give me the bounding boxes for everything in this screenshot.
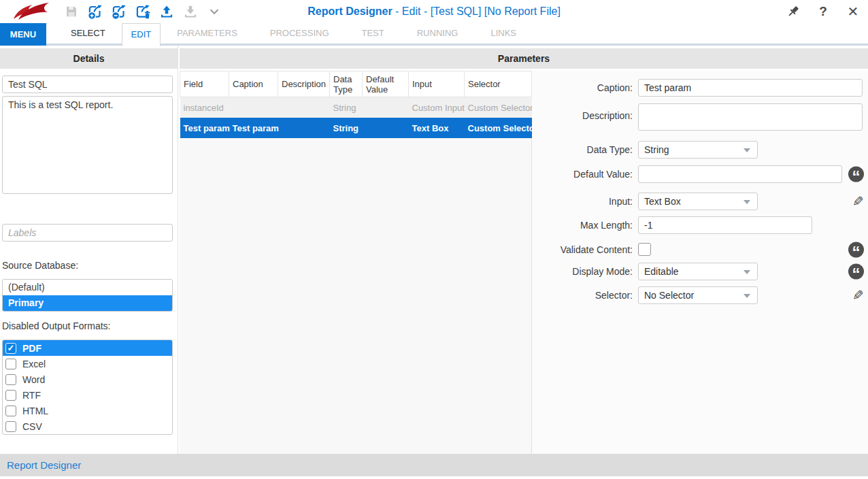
parameters-table: Field Caption Description Data Type Defa… — [180, 71, 532, 138]
selector-label: Selector: — [532, 290, 633, 301]
window-title-context: - Edit - [Test SQL] [No Report File] — [393, 5, 561, 17]
format-label: HTML — [22, 406, 48, 416]
quote-icon[interactable]: “ — [848, 264, 864, 280]
export-delete-icon[interactable] — [134, 3, 152, 20]
display-mode-label: Display Mode: — [532, 266, 633, 277]
tab-links[interactable]: LINKS — [474, 23, 533, 44]
tab-select[interactable]: SELECT — [54, 23, 122, 44]
cell-default-value — [363, 97, 409, 118]
source-database-listbox: (Default) Primary — [2, 279, 173, 312]
cell-input: Custom Input — [409, 97, 465, 118]
cell-caption — [229, 97, 278, 118]
col-default-value[interactable]: Default Value — [363, 71, 409, 97]
disabled-formats-label: Disabled Output Formats: — [2, 320, 173, 331]
format-checkbox[interactable]: ✓ — [5, 359, 16, 369]
cell-field: instanceId — [180, 97, 229, 118]
cell-data-type: String — [330, 118, 363, 138]
cell-selector: Custom Selector — [465, 118, 532, 138]
input-select[interactable]: Text Box — [638, 193, 758, 210]
app-logo-icon — [8, 1, 53, 22]
format-label: RTF — [22, 390, 41, 401]
max-length-label: Max Length: — [532, 220, 633, 231]
format-item-rtf[interactable]: ✓ RTF — [3, 387, 172, 403]
tab-running[interactable]: RUNNING — [401, 23, 475, 44]
validate-content-label: Validate Content: — [532, 244, 633, 255]
col-description[interactable]: Description — [278, 71, 330, 97]
source-database-option-primary[interactable]: Primary — [3, 295, 172, 311]
upload-icon[interactable] — [158, 3, 176, 20]
format-checkbox[interactable]: ✓ — [5, 390, 16, 401]
data-type-select[interactable]: String — [638, 141, 758, 159]
parameters-section: Parameters Field Caption Description Dat… — [180, 46, 868, 454]
pencil-icon[interactable]: ✎ — [852, 287, 864, 303]
format-item-pdf[interactable]: ✓ PDF — [3, 340, 172, 356]
col-selector[interactable]: Selector — [465, 71, 532, 97]
display-mode-select[interactable]: Editable — [638, 263, 758, 280]
col-field[interactable]: Field — [180, 71, 229, 97]
input-label: Input: — [532, 196, 633, 207]
close-icon[interactable]: ✕ — [845, 3, 861, 20]
display-mode-value: Editable — [644, 266, 679, 277]
format-item-csv[interactable]: ✓ CSV — [3, 418, 172, 434]
selector-select[interactable]: No Selector — [638, 286, 758, 304]
details-body: This is a test SQL report. Source Databa… — [0, 69, 178, 435]
format-checkbox[interactable]: ✓ — [5, 343, 16, 354]
tab-menu[interactable]: MENU — [0, 23, 46, 46]
cell-field: Test param — [180, 118, 229, 138]
max-length-input[interactable] — [638, 216, 812, 234]
pin-icon[interactable] — [785, 3, 801, 20]
tab-edit[interactable]: EDIT — [122, 23, 161, 46]
help-icon[interactable]: ? — [815, 3, 831, 20]
data-type-value: String — [644, 144, 669, 155]
save-icon[interactable] — [63, 3, 80, 20]
export-remove-icon[interactable] — [110, 3, 128, 20]
disabled-formats-list: ✓ PDF ✓ Excel ✓ Word ✓ RTF ✓ HTML — [2, 340, 173, 435]
pencil-icon[interactable]: ✎ — [852, 193, 864, 210]
quote-icon[interactable]: “ — [848, 242, 864, 257]
tab-parameters[interactable]: PARAMETERS — [161, 23, 254, 44]
chevron-down-icon[interactable] — [205, 3, 223, 20]
export-add-icon[interactable] — [86, 3, 104, 20]
cell-input: Text Box — [409, 118, 465, 138]
cell-description — [278, 118, 330, 138]
check-icon: ✓ — [7, 344, 15, 352]
toolbar — [63, 3, 223, 20]
table-row-test-param[interactable]: Test param Test param String Text Box Cu… — [180, 118, 532, 138]
parameters-body: Field Caption Description Data Type Defa… — [180, 71, 868, 454]
format-item-word[interactable]: ✓ Word — [3, 371, 172, 387]
format-checkbox[interactable]: ✓ — [5, 406, 16, 416]
format-item-html[interactable]: ✓ HTML — [3, 403, 172, 418]
selector-value: No Selector — [644, 290, 694, 301]
tab-test[interactable]: TEST — [346, 23, 401, 44]
validate-content-checkbox[interactable] — [638, 243, 651, 256]
col-input[interactable]: Input — [409, 71, 465, 97]
col-data-type[interactable]: Data Type — [330, 71, 363, 97]
default-value-input[interactable] — [638, 165, 842, 183]
window-title-app: Report Designer — [307, 5, 392, 17]
format-checkbox[interactable]: ✓ — [5, 374, 16, 385]
source-database-option-default[interactable]: (Default) — [3, 280, 172, 295]
cell-caption: Test param — [229, 118, 278, 138]
source-database-label: Source Database: — [2, 260, 173, 271]
parameters-panel-header: Parameters — [180, 48, 868, 69]
top-bar: Report Designer - Edit - [Test SQL] [No … — [0, 0, 868, 23]
cell-default-value — [363, 118, 409, 138]
description-textarea[interactable] — [638, 103, 863, 131]
format-label: Word — [22, 374, 45, 385]
caption-input[interactable] — [638, 79, 863, 97]
report-name-input[interactable] — [2, 76, 173, 93]
col-caption[interactable]: Caption — [229, 71, 278, 97]
quote-icon[interactable]: “ — [848, 167, 864, 182]
description-label: Description: — [532, 110, 633, 121]
status-bar: Report Designer — [0, 454, 868, 476]
download-icon[interactable] — [182, 3, 199, 20]
default-value-label: Default Value: — [532, 169, 633, 180]
details-panel-header: Details — [0, 48, 178, 69]
parameter-form: Caption: Description: Data Type: String … — [532, 71, 868, 454]
table-row-instanceid[interactable]: instanceId String Custom Input Custom Se… — [180, 97, 532, 118]
report-description-textarea[interactable]: This is a test SQL report. — [2, 96, 173, 194]
labels-input[interactable] — [2, 224, 173, 242]
format-item-excel[interactable]: ✓ Excel — [3, 356, 172, 371]
format-checkbox[interactable]: ✓ — [5, 421, 16, 432]
tab-processing[interactable]: PROCESSING — [254, 23, 346, 44]
